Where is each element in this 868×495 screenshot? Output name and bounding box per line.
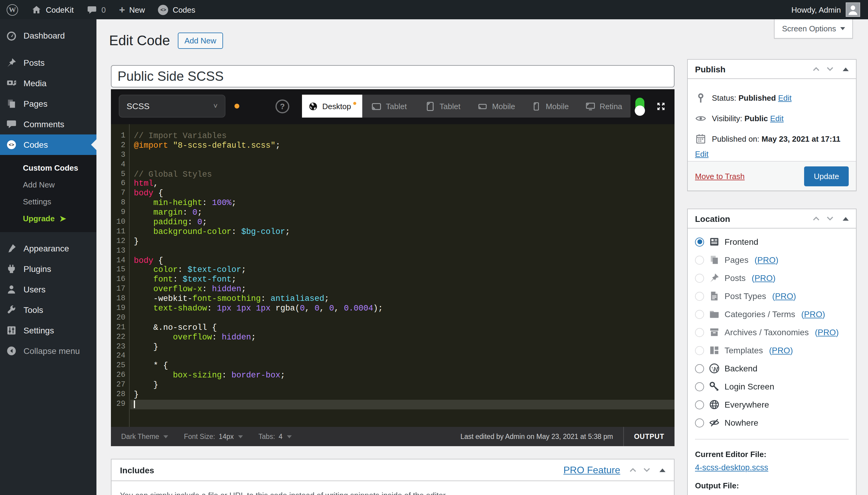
code-line[interactable]: body { [130, 189, 675, 199]
code-line[interactable] [130, 246, 675, 256]
move-up-icon[interactable] [813, 216, 820, 221]
code-line[interactable] [130, 313, 675, 323]
sidebar-item-appearance[interactable]: Appearance [0, 238, 97, 259]
code-line[interactable]: html, [130, 180, 675, 189]
move-to-trash-link[interactable]: Move to Trash [695, 172, 745, 181]
radio-button[interactable] [695, 237, 704, 246]
toggle-panel-icon[interactable] [843, 67, 849, 71]
radio-button[interactable] [695, 255, 704, 264]
location-option-frontend[interactable]: Frontend [688, 233, 856, 251]
code-line[interactable]: text-shadow: 1px 1px 1px rgba(0, 0, 0, 0… [130, 304, 675, 313]
wordpress-menu[interactable]: W [0, 0, 25, 19]
code-line[interactable]: } [130, 342, 675, 352]
code-title-input[interactable] [111, 65, 675, 87]
theme-select[interactable]: Dark Theme [121, 433, 168, 440]
collapse-menu-button[interactable]: Collapse menu [0, 341, 97, 361]
radio-button[interactable] [695, 291, 704, 301]
radio-button[interactable] [695, 382, 704, 391]
sidebar-item-comments[interactable]: Comments [0, 114, 97, 134]
edit-date-link[interactable]: Edit [695, 150, 709, 158]
code-line[interactable]: min-height: 100%; [130, 198, 675, 208]
code-line[interactable]: overflow-x: hidden; [130, 285, 675, 294]
location-option-categories-terms[interactable]: Categories / Terms(PRO) [688, 305, 856, 323]
update-button[interactable]: Update [804, 166, 849, 186]
howdy-text[interactable]: Howdy, Admin [792, 5, 841, 14]
help-button[interactable]: ? [276, 100, 289, 113]
codes-menu[interactable]: <> Codes [152, 0, 202, 19]
pro-link[interactable]: (PRO) [815, 327, 839, 337]
location-option-post-types[interactable]: Post Types(PRO) [688, 287, 856, 305]
compile-toggle[interactable] [635, 98, 644, 115]
location-option-pages[interactable]: Pages(PRO) [688, 251, 856, 269]
tabs-select[interactable]: Tabs: 4 [259, 433, 292, 440]
code-line[interactable]: // Import Variables [130, 132, 675, 141]
sidebar-item-settings[interactable]: Settings [0, 320, 97, 341]
device-tab-desktop[interactable]: Desktop [302, 95, 362, 118]
device-tab-tablet[interactable]: Tablet [416, 95, 470, 118]
move-up-icon[interactable] [813, 66, 820, 72]
code-line[interactable]: margin: 0; [130, 208, 675, 218]
site-name-menu[interactable]: CodeKit [25, 0, 81, 19]
code-line[interactable]: } [130, 380, 675, 390]
submenu-item-add-new[interactable]: Add New [0, 176, 97, 193]
radio-button[interactable] [695, 328, 704, 337]
code-line[interactable]: background-color: $bg-color; [130, 227, 675, 237]
sidebar-item-users[interactable]: Users [0, 279, 97, 300]
move-down-icon[interactable] [827, 66, 834, 72]
code-line[interactable]: overflow: hidden; [130, 332, 675, 342]
radio-button[interactable] [695, 346, 704, 355]
location-option-backend[interactable]: Backend [688, 359, 856, 377]
device-tab-mobile[interactable]: Mobile [523, 95, 577, 118]
code-line[interactable]: color: $text-color; [130, 266, 675, 275]
sidebar-item-posts[interactable]: Posts [0, 52, 97, 73]
language-select[interactable]: SCSS ˅ [119, 95, 225, 118]
pro-link[interactable]: (PRO) [769, 345, 793, 355]
location-option-posts[interactable]: Posts(PRO) [688, 269, 856, 287]
toggle-panel-icon[interactable] [843, 217, 849, 220]
edit-visibility-link[interactable]: Edit [770, 114, 784, 123]
location-option-login-screen[interactable]: Login Screen [688, 377, 856, 395]
submenu-item-custom-codes[interactable]: Custom Codes [0, 159, 97, 176]
code-line[interactable]: * { [130, 361, 675, 371]
screen-options-button[interactable]: Screen Options [774, 19, 853, 39]
device-tab-retina[interactable]: Retina [577, 95, 630, 118]
radio-button[interactable] [695, 400, 704, 409]
add-new-button[interactable]: Add New [178, 33, 223, 49]
new-menu[interactable]: + New [112, 0, 152, 19]
move-down-icon[interactable] [643, 467, 650, 473]
pro-feature-link[interactable]: PRO Feature [563, 464, 620, 475]
fullscreen-icon[interactable] [656, 101, 666, 111]
code-line[interactable]: &.no-scroll { [130, 323, 675, 333]
radio-button[interactable] [695, 418, 704, 427]
pro-link[interactable]: (PRO) [754, 255, 778, 265]
sidebar-item-dashboard[interactable]: Dashboard [0, 25, 97, 46]
radio-button[interactable] [695, 273, 704, 283]
code-line[interactable]: padding: 0; [130, 218, 675, 227]
code-line[interactable]: @import "8-scss-default.scss"; [130, 141, 675, 151]
radio-button[interactable] [695, 364, 704, 373]
font-size-select[interactable]: Font Size: 14px [184, 433, 243, 440]
code-line[interactable]: } [130, 237, 675, 246]
code-line[interactable] [130, 400, 675, 409]
code-line[interactable] [130, 160, 675, 170]
code-line[interactable]: font: $text-font; [130, 275, 675, 285]
current-editor-file-link[interactable]: 4-scss-desktop.scss [695, 463, 768, 472]
sidebar-item-media[interactable]: Media [0, 73, 97, 93]
code-line[interactable]: } [130, 390, 675, 400]
comments-menu[interactable]: 0 [81, 0, 112, 19]
pro-link[interactable]: (PRO) [772, 291, 796, 301]
submenu-item-upgrade[interactable]: Upgrade➤ [0, 210, 97, 227]
code-line[interactable]: box-sizing: border-box; [130, 371, 675, 381]
submenu-item-settings[interactable]: Settings [0, 193, 97, 210]
code-line[interactable]: // Global Styles [130, 170, 675, 180]
location-option-nowhere[interactable]: Nowhere [688, 414, 856, 432]
move-down-icon[interactable] [827, 216, 834, 221]
code-area[interactable]: 1234567891011121314151617181920212223242… [111, 124, 675, 427]
move-up-icon[interactable] [629, 467, 637, 473]
device-tab-mobile[interactable]: Mobile [470, 95, 523, 118]
sidebar-item-codes[interactable]: <>Codes [0, 134, 97, 155]
edit-status-link[interactable]: Edit [778, 93, 792, 102]
code-line[interactable] [130, 352, 675, 361]
avatar[interactable] [846, 2, 860, 17]
code-line[interactable]: -webkit-font-smoothing: antialiased; [130, 294, 675, 304]
